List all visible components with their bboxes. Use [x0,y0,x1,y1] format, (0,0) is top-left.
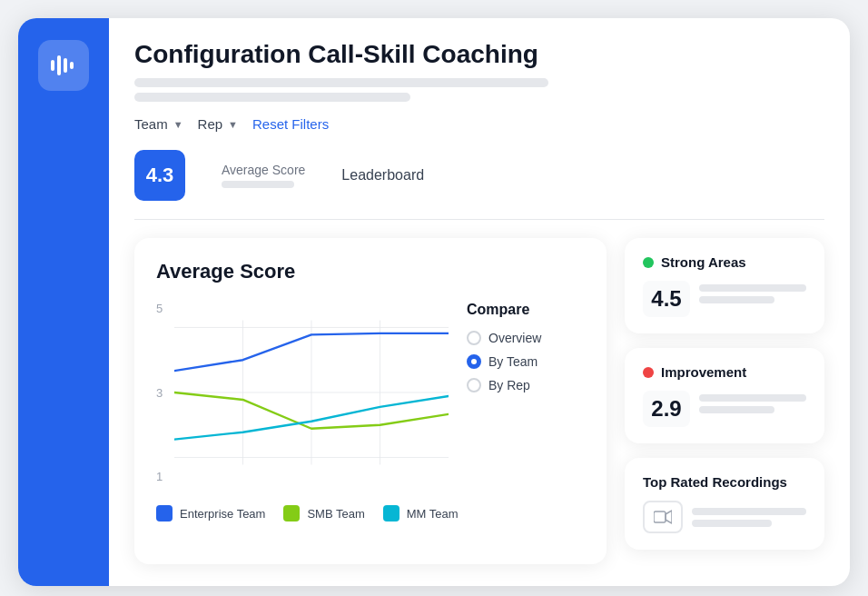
subtitle-bar-2 [134,93,410,102]
svg-rect-2 [64,58,67,73]
legend-mm: MM Team [383,505,459,522]
radio-byrep[interactable]: By Rep [467,378,585,392]
divider [134,219,824,220]
improvement-score: 2.9 [643,391,690,427]
chart-area: 5 3 1 [156,302,585,487]
avg-score-group: Average Score [222,163,305,188]
radio-byteam[interactable]: By Team [467,354,585,369]
radio-overview[interactable]: Overview [467,331,585,345]
compare-title: Compare [467,302,585,318]
svg-rect-3 [70,62,74,69]
rep-filter[interactable]: Rep ▼ [198,116,238,132]
strong-bar-2 [699,296,774,303]
legend-label-smb: SMB Team [307,507,364,521]
green-dot-icon [643,257,654,268]
legend-smb: SMB Team [283,505,364,522]
legend-enterprise: Enterprise Team [156,505,265,522]
recording-row [643,501,806,533]
radio-overview-label: Overview [488,331,541,345]
improvement-score-row: 2.9 [643,391,806,427]
recording-bars [692,508,806,527]
legend-label-enterprise: Enterprise Team [180,507,265,521]
y-label-3: 3 [156,386,163,400]
avg-score-badge: 4.3 [134,150,185,201]
sidebar [18,18,109,586]
rep-chevron-icon: ▼ [228,119,238,130]
reset-filters-button[interactable]: Reset Filters [252,116,329,132]
subtitle-bar-1 [134,78,548,87]
team-filter-label: Team [134,116,168,132]
radio-byrep-circle [467,378,481,392]
legend-dot-mm [383,505,399,522]
y-label-1: 1 [156,470,163,483]
improve-bar-1 [699,394,806,402]
improvement-label: Improvement [661,364,746,380]
top-recordings-card: Top Rated Recordings [625,458,824,550]
stats-row: 4.3 Average Score Leaderboard [134,150,824,201]
legend-label-mm: MM Team [407,507,459,521]
legend-dot-enterprise [156,505,173,522]
radio-byteam-circle [467,354,481,369]
main-content: Configuration Call-Skill Coaching Team ▼… [109,18,850,586]
chart-legend: Enterprise Team SMB Team MM Team [156,505,585,522]
chart-svg-wrap: 5 3 1 [156,302,449,487]
y-axis-labels: 5 3 1 [156,302,163,487]
strong-areas-card: Strong Areas 4.5 [625,238,824,333]
leaderboard-label: Leaderboard [341,167,424,184]
compare-panel: Compare Overview By Team By Rep [467,302,585,487]
improvement-bars [699,391,806,413]
svg-rect-10 [654,512,666,522]
line-chart [174,302,449,483]
improvement-card: Improvement 2.9 [625,348,824,443]
main-card: Configuration Call-Skill Coaching Team ▼… [18,18,850,586]
recording-bar-2 [692,520,772,527]
strong-areas-score-row: 4.5 [643,281,806,317]
avg-score-label: Average Score [222,163,305,177]
avg-score-sub-bar [222,181,294,188]
page-title: Configuration Call-Skill Coaching [134,40,824,69]
camera-icon [654,510,672,524]
waveform-icon [49,51,78,80]
strong-areas-score: 4.5 [643,281,690,317]
radio-byrep-label: By Rep [488,378,530,392]
y-label-5: 5 [156,302,163,315]
chart-card: Average Score 5 3 1 [134,238,607,564]
video-icon [643,501,683,533]
improve-bar-2 [699,406,774,413]
filter-row: Team ▼ Rep ▼ Reset Filters [134,116,824,132]
strong-areas-title: Strong Areas [643,254,806,270]
strong-bar-1 [699,284,806,292]
svg-rect-0 [51,60,54,71]
radio-byteam-label: By Team [488,354,538,369]
strong-areas-bars [699,281,806,303]
red-dot-icon [643,367,654,378]
rep-filter-label: Rep [198,116,223,132]
top-recordings-title: Top Rated Recordings [643,474,806,490]
svg-marker-11 [666,511,672,523]
recording-bar-1 [692,508,806,515]
logo [38,40,89,91]
right-panel: Strong Areas 4.5 Improvement [625,238,824,564]
strong-areas-label: Strong Areas [661,254,746,270]
svg-rect-1 [57,55,61,75]
team-filter[interactable]: Team ▼ [134,116,183,132]
improvement-title: Improvement [643,364,806,380]
legend-dot-smb [283,505,300,522]
team-chevron-icon: ▼ [173,119,183,130]
radio-overview-circle [467,331,481,345]
content-area: Average Score 5 3 1 [134,238,824,564]
chart-title: Average Score [156,260,585,283]
